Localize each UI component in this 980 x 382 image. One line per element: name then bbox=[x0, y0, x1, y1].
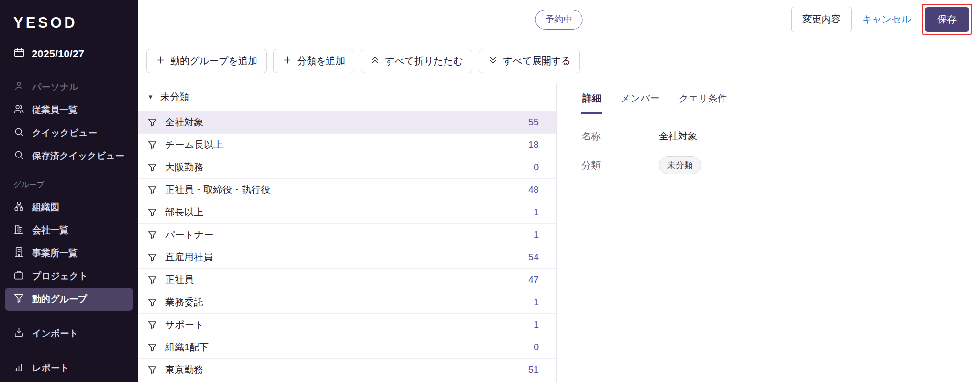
expand-all-button[interactable]: すべて展開する bbox=[479, 49, 580, 73]
list-item[interactable]: 業務委託 1 bbox=[138, 291, 556, 314]
sidebar-item-projects[interactable]: プロジェクト bbox=[5, 265, 133, 288]
group-name: 正社員 bbox=[165, 273, 194, 286]
funnel-icon bbox=[147, 297, 157, 307]
status-badge: 予約中 bbox=[535, 10, 583, 30]
funnel-icon bbox=[147, 207, 157, 217]
sidebar-item-orgchart[interactable]: 組織図 bbox=[5, 196, 133, 219]
member-count: 1 bbox=[534, 297, 539, 308]
group-name: パートナー bbox=[165, 228, 213, 241]
collapse-all-button[interactable]: すべて折りたたむ bbox=[361, 49, 472, 73]
list-item[interactable]: 正社員 47 bbox=[138, 269, 556, 291]
tab-members[interactable]: メンバー bbox=[620, 83, 660, 114]
chevrons-down-icon bbox=[488, 55, 498, 67]
list-item[interactable]: パートナー 1 bbox=[138, 224, 556, 246]
plus-icon bbox=[282, 55, 292, 67]
group-name: 全社対象 bbox=[165, 116, 203, 129]
main-area: 予約中 変更内容 キャンセル 保存 動的グループを追加 分類を追加 bbox=[138, 0, 980, 382]
list-item[interactable]: 組織1配下 0 bbox=[138, 336, 556, 359]
group-name: 業務委託 bbox=[165, 296, 203, 309]
category-name: 未分類 bbox=[160, 90, 189, 103]
tab-details[interactable]: 詳細 bbox=[581, 83, 602, 114]
funnel-icon bbox=[147, 320, 157, 330]
sidebar-item-offices[interactable]: 事業所一覧 bbox=[5, 242, 133, 265]
list-item[interactable]: 直雇用社員 54 bbox=[138, 246, 556, 269]
sidebar-item-label: パーソナル bbox=[32, 81, 78, 93]
sidebar-item-saved-quickview[interactable]: 保存済クイックビュー bbox=[5, 145, 133, 168]
member-count: 1 bbox=[534, 319, 539, 330]
funnel-icon bbox=[13, 292, 24, 306]
sidebar-item-personal[interactable]: パーソナル bbox=[5, 76, 133, 99]
office-icon bbox=[13, 247, 24, 260]
date-selector[interactable]: 2025/10/27 bbox=[0, 41, 138, 76]
sitemap-icon bbox=[13, 201, 24, 214]
member-count: 0 bbox=[534, 162, 539, 173]
button-label: 分類を追加 bbox=[297, 55, 345, 67]
current-date: 2025/10/27 bbox=[32, 48, 84, 60]
changes-button[interactable]: 変更内容 bbox=[791, 7, 852, 32]
sidebar-item-companies[interactable]: 会社一覧 bbox=[5, 219, 133, 242]
cancel-link[interactable]: キャンセル bbox=[862, 13, 911, 26]
sidebar-item-quickview[interactable]: クイックビュー bbox=[5, 122, 133, 145]
add-category-button[interactable]: 分類を追加 bbox=[273, 49, 354, 73]
funnel-icon bbox=[147, 342, 157, 352]
field-label: 分類 bbox=[581, 159, 659, 172]
group-name: サポート bbox=[165, 318, 204, 331]
sidebar-item-label: 組織図 bbox=[32, 201, 59, 213]
list-item[interactable]: 部長以上 1 bbox=[138, 201, 556, 224]
add-dynamic-group-button[interactable]: 動的グループを追加 bbox=[146, 49, 267, 73]
sidebar-item-employees[interactable]: 従業員一覧 bbox=[5, 99, 133, 122]
topbar: 予約中 変更内容 キャンセル 保存 bbox=[138, 0, 980, 39]
button-label: すべて折りたたむ bbox=[385, 55, 463, 67]
topbar-actions: 変更内容 キャンセル 保存 bbox=[791, 4, 972, 35]
sidebar-item-label: レポート bbox=[32, 362, 69, 374]
funnel-icon bbox=[147, 185, 157, 195]
detail-panel: 詳細 メンバー クエリ条件 名称 全社対象 分類 未分類 bbox=[557, 83, 980, 382]
member-count: 48 bbox=[528, 184, 539, 195]
content-area: ▼ 未分類 全社対象 55 チーム長以上 18 大阪勤務 0 bbox=[138, 83, 980, 382]
field-name: 名称 全社対象 bbox=[581, 130, 980, 143]
member-count: 18 bbox=[528, 139, 539, 150]
chevrons-up-icon bbox=[370, 55, 380, 67]
sidebar-item-label: 事業所一覧 bbox=[32, 247, 78, 259]
detail-fields: 名称 全社対象 分類 未分類 bbox=[557, 114, 980, 174]
group-name: 直雇用社員 bbox=[165, 251, 213, 264]
group-name: チーム長以上 bbox=[165, 138, 223, 151]
sidebar-item-label: 会社一覧 bbox=[32, 224, 68, 236]
list-item[interactable]: 全社対象 55 bbox=[138, 111, 556, 134]
list-item[interactable]: 東京勤務 51 bbox=[138, 359, 556, 381]
group-list-panel: ▼ 未分類 全社対象 55 チーム長以上 18 大阪勤務 0 bbox=[138, 83, 557, 382]
funnel-icon bbox=[147, 162, 157, 172]
group-name: 正社員・取締役・執行役 bbox=[165, 183, 270, 196]
people-icon bbox=[13, 103, 24, 117]
list-item[interactable]: サポート 1 bbox=[138, 314, 556, 336]
list-item[interactable]: チーム長以上 18 bbox=[138, 134, 556, 156]
person-icon bbox=[13, 80, 24, 94]
sidebar-item-import[interactable]: インポート bbox=[5, 322, 133, 345]
button-label: すべて展開する bbox=[503, 55, 571, 67]
funnel-icon bbox=[147, 252, 157, 262]
tab-query-conditions[interactable]: クエリ条件 bbox=[678, 83, 728, 114]
field-value: 全社対象 bbox=[659, 130, 697, 143]
sidebar: YESOD 2025/10/27 パーソナル 従業員一覧 クイックビュー bbox=[0, 0, 138, 382]
sidebar-item-label: 動的グループ bbox=[32, 293, 87, 305]
yesod-logo: YESOD bbox=[0, 0, 138, 41]
group-name: 部長以上 bbox=[165, 206, 203, 219]
sidebar-item-label: クイックビュー bbox=[32, 127, 97, 139]
plus-icon bbox=[156, 55, 166, 67]
sidebar-item-label: プロジェクト bbox=[32, 270, 88, 282]
detail-tabs: 詳細 メンバー クエリ条件 bbox=[557, 83, 980, 114]
button-label: 動的グループを追加 bbox=[170, 55, 257, 67]
briefcase-icon bbox=[13, 270, 24, 283]
toolbar: 動的グループを追加 分類を追加 すべて折りたたむ すべて展開する bbox=[138, 39, 980, 83]
save-button[interactable]: 保存 bbox=[925, 7, 969, 32]
member-count: 55 bbox=[528, 117, 539, 128]
member-count: 1 bbox=[534, 207, 539, 218]
category-header-uncategorized[interactable]: ▼ 未分類 bbox=[138, 83, 556, 111]
list-item[interactable]: 大阪勤務 0 bbox=[138, 156, 556, 179]
group-name: 組織1配下 bbox=[165, 341, 209, 354]
search-icon bbox=[13, 126, 24, 140]
funnel-icon bbox=[147, 140, 157, 150]
sidebar-item-dynamic-groups[interactable]: 動的グループ bbox=[5, 288, 133, 311]
sidebar-item-reports[interactable]: レポート bbox=[5, 357, 133, 380]
list-item[interactable]: 正社員・取締役・執行役 48 bbox=[138, 179, 556, 201]
